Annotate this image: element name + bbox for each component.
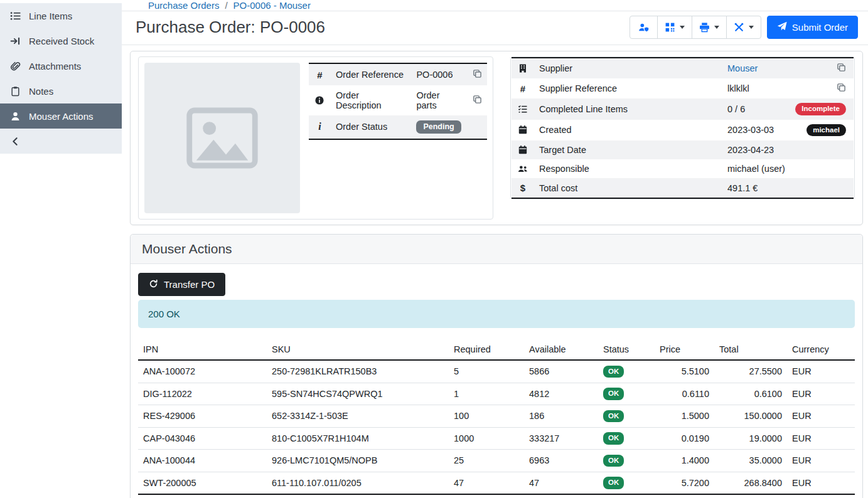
cell-sku: 810-C1005X7R1H104M <box>267 427 449 450</box>
total-value: 501.0000 <box>714 494 787 498</box>
detail-row-completed-line-items: Completed Line Items 0 / 6 Incomplete <box>512 98 854 120</box>
status-badge-pending: Pending <box>416 120 461 134</box>
supplier-details-box: Supplier Mouser # Supplier Reference lkl… <box>510 56 855 199</box>
cell-sku: 595-SN74HCS74QPWRQ1 <box>267 383 449 405</box>
cell-required: 25 <box>449 450 524 472</box>
part-image-placeholder[interactable] <box>144 63 300 213</box>
cell-currency: EUR <box>787 472 855 494</box>
info-circle-icon <box>314 95 324 105</box>
col-ipn: IPN <box>138 339 267 360</box>
sidebar-item-line-items[interactable]: Line Items <box>0 3 122 28</box>
user-roles-button[interactable] <box>630 16 658 39</box>
cell-currency: EUR <box>787 360 855 383</box>
detail-label: Completed Line Items <box>534 98 722 120</box>
sidebar-item-label: Mouser Actions <box>29 111 94 122</box>
cell-total: 19.0000 <box>714 427 787 450</box>
detail-row-order-description: Order Description Order parts <box>309 85 487 115</box>
tools-icon <box>734 22 744 33</box>
parts-table-row: RES-429006 652-3314Z-1-503E 100 186 OK 1… <box>138 405 855 428</box>
breadcrumb: Purchase Orders / PO-0006 - Mouser <box>122 0 868 11</box>
parts-table-row: CAP-043046 810-C1005X7R1H104M 1000 33321… <box>138 427 855 450</box>
printer-icon <box>699 22 710 33</box>
cell-required: 1000 <box>449 427 524 450</box>
content: # Order Reference PO-0006 Order Descript… <box>122 45 868 498</box>
image-icon <box>181 97 264 179</box>
detail-value: 0 / 6 <box>722 98 790 120</box>
cell-available: 333217 <box>524 427 598 450</box>
transfer-po-button[interactable]: Transfer PO <box>138 273 225 296</box>
detail-value: 2023-04-23 <box>722 140 790 159</box>
copy-icon[interactable] <box>837 63 846 72</box>
status-ok-badge: OK <box>603 410 624 423</box>
cell-currency: EUR <box>787 427 855 450</box>
cell-available: 4812 <box>524 383 598 405</box>
cell-price: 5.5100 <box>655 360 714 383</box>
submit-order-label: Submit Order <box>792 22 848 33</box>
user-badge: michael <box>806 124 846 137</box>
order-actions-button[interactable] <box>726 16 761 39</box>
breadcrumb-link-purchase-orders[interactable]: Purchase Orders <box>148 0 219 11</box>
status-ok-badge: OK <box>603 432 624 445</box>
cell-available: 5866 <box>524 360 598 383</box>
detail-value: 491.1 € <box>722 178 790 198</box>
col-sku: SKU <box>267 339 449 360</box>
cell-ipn: DIG-112022 <box>138 383 267 405</box>
supplier-link[interactable]: Mouser <box>727 63 758 73</box>
detail-row-supplier: Supplier Mouser <box>512 58 854 78</box>
mouser-actions-panel: Mouser Actions Transfer PO 200 OK <box>130 234 863 498</box>
sidebar-item-mouser-actions[interactable]: Mouser Actions <box>0 103 122 129</box>
copy-icon[interactable] <box>473 69 482 78</box>
sidebar-item-label: Notes <box>29 86 53 97</box>
cell-price: 0.0190 <box>655 427 714 450</box>
chevron-down-icon <box>749 26 754 29</box>
detail-label: Order Description <box>331 85 411 115</box>
barcode-actions-button[interactable] <box>657 16 692 39</box>
cell-status: OK <box>598 427 655 450</box>
cell-status: OK <box>598 360 655 383</box>
status-ok-badge: OK <box>603 477 624 489</box>
detail-row-responsible: Responsible michael (user) <box>512 159 854 178</box>
calendar-icon <box>518 125 528 135</box>
chevron-down-icon <box>680 26 685 29</box>
parts-table-row: ANA-100072 250-72981KLRATR150B3 5 5866 O… <box>138 360 855 383</box>
col-required: Required <box>449 339 524 360</box>
transfer-po-label: Transfer PO <box>164 279 215 290</box>
sidebar: Line Items Received Stock Attachments No… <box>0 0 122 498</box>
detail-label: Supplier <box>534 58 722 78</box>
parts-table-row: SWT-200005 611-110.107.011/0205 47 47 OK… <box>138 472 855 494</box>
parts-table-row: ANA-100044 926-LMC7101QM5/NOPB 25 6963 O… <box>138 450 855 472</box>
copy-icon[interactable] <box>473 95 482 104</box>
status-alert: 200 OK <box>138 300 855 328</box>
submit-order-button[interactable]: Submit Order <box>767 16 858 39</box>
copy-icon[interactable] <box>837 83 846 92</box>
detail-label: Order Status <box>331 115 411 139</box>
cell-available: 186 <box>524 405 598 428</box>
cell-currency: EUR <box>787 450 855 472</box>
sidebar-collapse-button[interactable] <box>0 129 122 154</box>
detail-row-order-status: i Order Status Pending <box>309 115 487 139</box>
cell-status: OK <box>598 383 655 405</box>
panel-title: Mouser Actions <box>131 235 862 264</box>
order-details-panel: # Order Reference PO-0006 Order Descript… <box>130 51 863 225</box>
cell-sku: 926-LMC7101QM5/NOPB <box>267 450 449 472</box>
cell-sku: 250-72981KLRATR150B3 <box>267 360 449 383</box>
sidebar-item-received-stock[interactable]: Received Stock <box>0 28 122 53</box>
cell-total: 35.0000 <box>714 450 787 472</box>
col-currency: Currency <box>787 339 855 360</box>
status-ok-badge: OK <box>603 366 624 378</box>
detail-row-order-reference: # Order Reference PO-0006 <box>309 63 487 85</box>
cell-ipn: ANA-100044 <box>138 450 267 472</box>
col-status: Status <box>598 339 655 360</box>
hash-icon: # <box>317 70 322 80</box>
breadcrumb-link-current[interactable]: PO-0006 - Mouser <box>233 0 311 11</box>
cell-total: 268.8400 <box>714 472 787 494</box>
page-header: Purchase Order: PO-0006 <box>122 11 868 45</box>
cell-total: 150.0000 <box>714 405 787 428</box>
sidebar-item-notes[interactable]: Notes <box>0 78 122 103</box>
user-icon <box>9 110 21 122</box>
cell-status: OK <box>598 405 655 428</box>
print-actions-button[interactable] <box>692 16 727 39</box>
col-price: Price <box>655 339 714 360</box>
cell-ipn: ANA-100072 <box>138 360 267 383</box>
sidebar-item-attachments[interactable]: Attachments <box>0 53 122 78</box>
